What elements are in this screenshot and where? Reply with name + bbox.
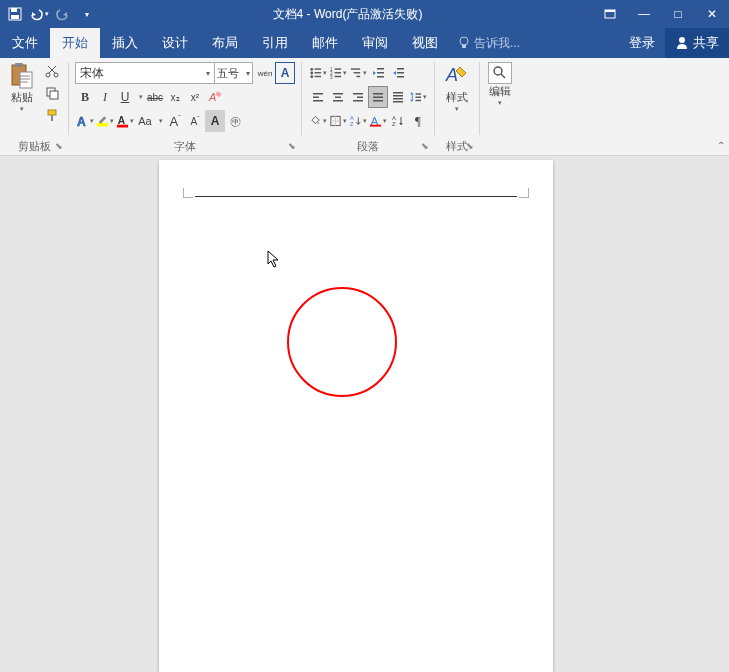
undo-button[interactable]: ▾ [28,3,50,25]
svg-rect-68 [370,125,381,127]
decrease-indent-button[interactable] [368,62,388,84]
borders-button[interactable]: ▾ [328,110,348,132]
sort-button[interactable]: AZ▾ [348,110,368,132]
increase-indent-button[interactable] [388,62,408,84]
oval-shape[interactable] [287,287,397,397]
shading-button[interactable]: ▾ [308,110,328,132]
show-marks-button[interactable]: A▾ [368,110,388,132]
underline-more[interactable]: ▾ [135,86,145,108]
change-case-button[interactable]: Aa [135,110,155,132]
shrink-font-button[interactable]: Aˇ [185,110,205,132]
tell-me-search[interactable] [450,28,619,58]
styles-icon: A [443,62,471,90]
tab-layout[interactable]: 布局 [200,28,250,58]
multilevel-button[interactable]: ▾ [348,62,368,84]
quick-access-toolbar: ▾ ▾ [0,3,102,25]
svg-rect-40 [377,76,384,78]
redo-button[interactable] [52,3,74,25]
ribbon-options-button[interactable] [593,0,627,28]
bullets-button[interactable]: ▾ [308,62,328,84]
char-shading-button[interactable]: A [205,110,225,132]
align-left-button[interactable] [308,86,328,108]
header-divider [195,196,517,197]
group-label-editing [484,137,516,155]
collapse-ribbon-button[interactable]: ⌃ [717,140,725,151]
copy-button[interactable] [42,84,62,102]
char-border-button[interactable]: A [275,62,295,84]
tab-file[interactable]: 文件 [0,28,50,58]
minimize-button[interactable]: — [627,0,661,28]
svg-rect-56 [393,92,403,94]
svg-rect-47 [333,93,343,95]
svg-rect-26 [315,72,322,73]
subscript-button[interactable]: x₂ [165,86,185,108]
svg-rect-35 [351,68,360,69]
qat-more-button[interactable]: ▾ [76,3,98,25]
font-launcher[interactable]: ⬊ [285,139,299,153]
title-bar: ▾ ▾ 文档4 - Word(产品激活失败) — □ ✕ [0,0,729,28]
align-center-button[interactable] [328,86,348,108]
tab-mailings[interactable]: 邮件 [300,28,350,58]
enclose-chars-button[interactable]: ㊥ [225,110,245,132]
underline-button[interactable]: U [115,86,135,108]
format-painter-button[interactable] [42,106,62,124]
svg-rect-59 [393,101,403,103]
tell-me-input[interactable] [474,36,554,50]
clear-formatting-button[interactable]: A [205,86,225,108]
svg-rect-50 [353,93,363,95]
grow-font-button[interactable]: Aˆ [165,110,185,132]
close-button[interactable]: ✕ [695,0,729,28]
paragraph-launcher[interactable]: ⬊ [418,139,432,153]
bold-button[interactable]: B [75,86,95,108]
cut-button[interactable] [42,62,62,80]
clipboard-icon [8,62,36,90]
tab-insert[interactable]: 插入 [100,28,150,58]
svg-point-25 [310,72,313,75]
italic-button[interactable]: I [95,86,115,108]
editing-button[interactable]: 编辑 ▾ [484,60,516,109]
maximize-button[interactable]: □ [661,0,695,28]
page[interactable] [159,160,553,672]
font-name-combo[interactable]: 宋体▾ [75,62,215,84]
svg-rect-45 [313,97,319,99]
tab-home[interactable]: 开始 [50,28,100,58]
save-button[interactable] [4,3,26,25]
svg-rect-38 [377,68,384,70]
styles-launcher[interactable]: ⬊ [463,139,477,153]
paragraph-marks-button[interactable]: ¶ [408,110,428,132]
svg-rect-51 [357,97,363,99]
svg-rect-61 [416,93,422,94]
numbering-button[interactable]: 123▾ [328,62,348,84]
sort-button2[interactable]: AZ [388,110,408,132]
font-color-button[interactable]: A▾ [115,110,135,132]
styles-button[interactable]: A 样式 ▾ [439,60,475,115]
distribute-button[interactable] [388,86,408,108]
svg-rect-60 [412,94,413,100]
font-size-combo[interactable]: 五号▾ [215,62,253,84]
document-canvas[interactable] [0,156,729,672]
group-styles: A 样式 ▾ 样式 ⬊ [435,58,479,155]
case-more[interactable]: ▾ [155,110,165,132]
superscript-button[interactable]: x² [185,86,205,108]
tab-review[interactable]: 审阅 [350,28,400,58]
share-button[interactable]: 共享 [665,28,729,58]
mouse-cursor-icon [267,250,281,268]
justify-button[interactable] [368,86,388,108]
svg-point-12 [54,73,58,77]
login-button[interactable]: 登录 [619,28,665,58]
svg-rect-58 [393,98,403,100]
tab-design[interactable]: 设计 [150,28,200,58]
highlight-button[interactable]: ▾ [95,110,115,132]
line-spacing-button[interactable]: ▾ [408,86,428,108]
phonetic-guide-button[interactable]: wén [255,62,275,84]
text-effects-button[interactable]: A▾ [75,110,95,132]
clipboard-launcher[interactable]: ⬊ [52,139,66,153]
align-right-button[interactable] [348,86,368,108]
paste-button[interactable]: 粘贴 ▾ [4,60,40,115]
tab-references[interactable]: 引用 [250,28,300,58]
tab-view[interactable]: 视图 [400,28,450,58]
strikethrough-button[interactable]: abc [145,86,165,108]
svg-point-72 [494,67,502,75]
group-font: 宋体▾ 五号▾ wén A B I U ▾ abc x₂ [69,58,301,155]
window-controls: — □ ✕ [593,0,729,28]
